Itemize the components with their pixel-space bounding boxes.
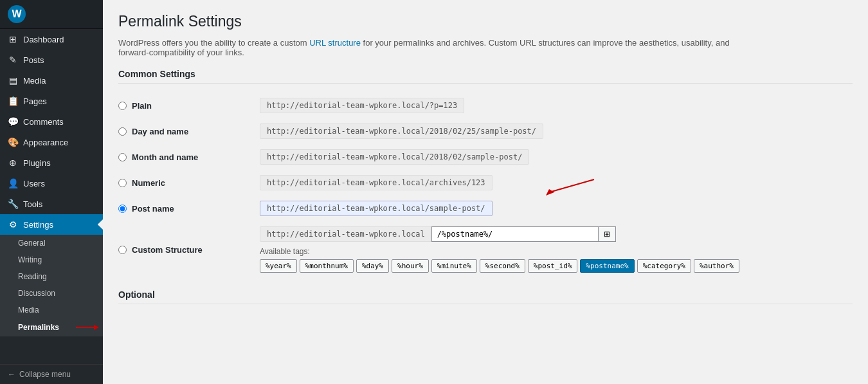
posts-icon: ✎: [8, 55, 18, 65]
option-plain: Plain http://editorial-team-wpkore.local…: [118, 93, 853, 118]
common-settings-title: Common Settings: [118, 69, 853, 84]
post-name-radio[interactable]: [118, 205, 127, 213]
tag-minute[interactable]: %minute%: [431, 259, 477, 273]
settings-arrow: [98, 219, 103, 230]
option-month-and-name: Month and name http://editorial-team-wpk…: [118, 144, 853, 170]
intro-text: WordPress offers you the ability to crea…: [118, 38, 761, 57]
plain-url: http://editorial-team-wpkore.local/?p=12…: [260, 98, 464, 113]
settings-icon: ⚙: [8, 219, 18, 230]
custom-url-helper-button[interactable]: ⊞: [599, 226, 616, 242]
plugins-icon: ⊕: [8, 158, 18, 168]
sidebar-item-appearance[interactable]: 🎨 Appearance: [0, 132, 103, 152]
submenu-item-writing[interactable]: Writing: [0, 251, 103, 268]
sidebar-item-media[interactable]: ▤ Media: [0, 70, 103, 91]
option-day-and-name: Day and name http://editorial-team-wpkor…: [118, 118, 853, 144]
numeric-radio[interactable]: [118, 179, 127, 187]
submenu-item-general[interactable]: General: [0, 235, 103, 251]
post-name-annotation-arrow: [543, 176, 601, 196]
sidebar-item-dashboard[interactable]: ⊞ Dashboard: [0, 29, 103, 50]
option-custom-structure: Custom Structure http://editorial-team-w…: [118, 221, 853, 278]
tags-container: %year% %monthnum% %day% %hour% %minute% …: [260, 259, 853, 273]
dashboard-icon: ⊞: [8, 34, 18, 44]
submenu-item-media[interactable]: Media: [0, 302, 103, 318]
tag-second[interactable]: %second%: [480, 259, 525, 273]
svg-marker-1: [94, 325, 99, 330]
sidebar-item-users[interactable]: 👤 Users: [0, 173, 103, 194]
wp-icon: W: [8, 5, 26, 23]
tag-hour[interactable]: %hour%: [392, 259, 429, 273]
sidebar-item-pages[interactable]: 📋 Pages: [0, 91, 103, 111]
permalinks-arrow: [75, 322, 100, 333]
sidebar-logo: W: [0, 0, 103, 29]
custom-url-base: http://editorial-team-wpkore.local: [260, 226, 431, 242]
tag-author[interactable]: %author%: [694, 259, 739, 273]
sidebar-item-settings[interactable]: ⚙ Settings: [0, 214, 103, 235]
option-numeric: Numeric http://editorial-team-wpkore.loc…: [118, 170, 853, 196]
sidebar-item-tools[interactable]: 🔧 Tools: [0, 194, 103, 214]
collapse-icon: ←: [8, 370, 15, 379]
tag-day[interactable]: %day%: [356, 259, 389, 273]
custom-structure-input-row: http://editorial-team-wpkore.local ⊞: [260, 226, 853, 242]
submenu-item-discussion[interactable]: Discussion: [0, 285, 103, 302]
sidebar: W ⊞ Dashboard ✎ Posts ▤ Media 📋 Pages 💬 …: [0, 0, 103, 384]
submenu-item-reading[interactable]: Reading: [0, 268, 103, 285]
tag-post-id[interactable]: %post_id%: [528, 259, 578, 273]
custom-structure-radio[interactable]: [118, 246, 127, 254]
optional-title: Optional: [118, 289, 853, 304]
post-name-label[interactable]: Post name: [118, 204, 260, 214]
day-and-name-label[interactable]: Day and name: [118, 127, 260, 136]
tag-year[interactable]: %year%: [260, 259, 297, 273]
submenu-item-permalinks[interactable]: Permalinks: [0, 318, 103, 336]
media-icon: ▤: [8, 75, 18, 86]
sidebar-item-posts[interactable]: ✎ Posts: [0, 50, 103, 70]
sidebar-item-plugins[interactable]: ⊕ Plugins: [0, 152, 103, 173]
month-and-name-url: http://editorial-team-wpkore.local/2018/…: [260, 149, 529, 165]
plain-radio[interactable]: [118, 102, 127, 110]
tag-monthnum[interactable]: %monthnum%: [300, 259, 354, 273]
tag-postname[interactable]: %postname%: [580, 259, 634, 273]
month-and-name-label[interactable]: Month and name: [118, 152, 260, 162]
custom-url-input[interactable]: [431, 226, 599, 242]
pages-icon: 📋: [8, 96, 18, 106]
numeric-url: http://editorial-team-wpkore.local/archi…: [260, 175, 493, 190]
page-title: Permalink Settings: [118, 13, 853, 30]
main-content: Permalink Settings WordPress offers you …: [103, 0, 868, 384]
day-and-name-url: http://editorial-team-wpkore.local/2018/…: [260, 123, 543, 139]
appearance-icon: 🎨: [8, 137, 18, 147]
numeric-label[interactable]: Numeric: [118, 178, 260, 188]
svg-line-2: [549, 179, 594, 192]
settings-submenu: General Writing Reading Discussion Media…: [0, 235, 103, 336]
users-icon: 👤: [8, 178, 18, 188]
comments-icon: 💬: [8, 116, 18, 127]
post-name-url: http://editorial-team-wpkore.local/sampl…: [260, 201, 493, 216]
svg-marker-3: [546, 189, 554, 196]
collapse-menu-button[interactable]: ← Collapse menu: [0, 364, 103, 384]
tools-icon: 🔧: [8, 199, 18, 209]
tag-category[interactable]: %category%: [637, 259, 691, 273]
month-and-name-radio[interactable]: [118, 153, 127, 161]
day-and-name-radio[interactable]: [118, 127, 127, 136]
url-link[interactable]: URL structure: [309, 38, 361, 48]
custom-structure-label[interactable]: Custom Structure: [118, 245, 260, 255]
option-post-name: Post name http://editorial-team-wpkore.l…: [118, 196, 853, 221]
sidebar-item-comments[interactable]: 💬 Comments: [0, 111, 103, 132]
available-tags-label: Available tags:: [260, 247, 853, 256]
permalink-options-table: Plain http://editorial-team-wpkore.local…: [118, 93, 853, 278]
plain-label[interactable]: Plain: [118, 101, 260, 111]
